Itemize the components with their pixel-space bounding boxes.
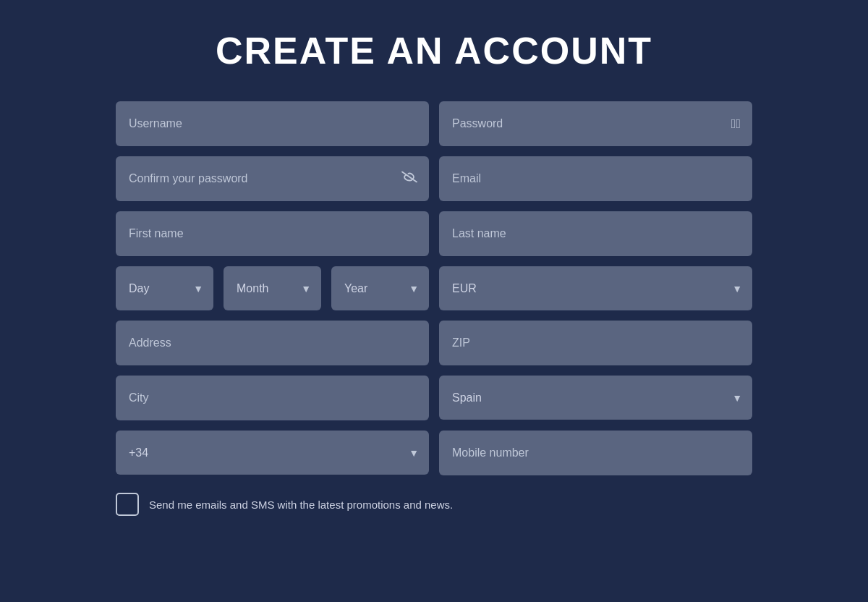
year-wrapper: Year 2006200520042003 2002200120001999 1… (331, 266, 429, 310)
email-input[interactable] (439, 156, 752, 201)
country-select[interactable]: Spain France Germany Italy United Kingdo… (439, 376, 752, 420)
day-wrapper: Day 12345 678910 1112131415 1617181920 2… (116, 266, 213, 310)
newsletter-label: Send me emails and SMS with the latest p… (149, 499, 453, 511)
mobile-wrapper (439, 431, 752, 475)
country-wrapper: Spain France Germany Italy United Kingdo… (439, 376, 752, 420)
row-phone: +34 +33 +44 +49 +39 +351 ▼ (116, 431, 752, 475)
phone-code-select[interactable]: +34 +33 +44 +49 +39 +351 (116, 431, 429, 475)
username-input[interactable] (116, 101, 429, 146)
newsletter-row: Send me emails and SMS with the latest p… (116, 493, 752, 516)
currency-select[interactable]: EUR USD GBP JPY (439, 266, 752, 310)
city-wrapper (116, 376, 429, 420)
year-select[interactable]: Year 2006200520042003 2002200120001999 1… (331, 266, 429, 310)
phone-code-wrapper: +34 +33 +44 +49 +39 +351 ▼ (116, 431, 429, 475)
registration-form: 👀⃠ Day 12345 (116, 101, 752, 516)
zip-input[interactable] (439, 321, 752, 365)
month-select[interactable]: Month JanuaryFebruaryMarch AprilMayJune … (224, 266, 321, 310)
first-name-wrapper (116, 211, 429, 256)
last-name-wrapper (439, 211, 752, 256)
username-wrapper (116, 101, 429, 146)
dob-selects: Day 12345 678910 1112131415 1617181920 2… (116, 266, 429, 310)
page-title: CREATE AN ACCOUNT (216, 29, 652, 72)
last-name-input[interactable] (439, 211, 752, 256)
address-input[interactable] (116, 321, 429, 365)
row-city-country: Spain France Germany Italy United Kingdo… (116, 376, 752, 420)
row-username-password: 👀⃠ (116, 101, 752, 146)
email-wrapper (439, 156, 752, 201)
currency-wrapper: EUR USD GBP JPY ▼ (439, 266, 752, 310)
city-input[interactable] (116, 376, 429, 420)
day-select[interactable]: Day 12345 678910 1112131415 1617181920 2… (116, 266, 213, 310)
address-wrapper (116, 321, 429, 365)
row-confirm-email (116, 156, 752, 201)
password-input[interactable] (439, 101, 752, 146)
mobile-input[interactable] (439, 431, 752, 475)
row-names (116, 211, 752, 256)
row-address-zip (116, 321, 752, 365)
password-wrapper: 👀⃠ (439, 101, 752, 146)
zip-wrapper (439, 321, 752, 365)
confirm-password-input[interactable] (116, 156, 429, 201)
first-name-input[interactable] (116, 211, 429, 256)
row-dob-currency: Day 12345 678910 1112131415 1617181920 2… (116, 266, 752, 310)
newsletter-checkbox[interactable] (116, 493, 139, 516)
month-wrapper: Month JanuaryFebruaryMarch AprilMayJune … (224, 266, 321, 310)
confirm-password-wrapper (116, 156, 429, 201)
